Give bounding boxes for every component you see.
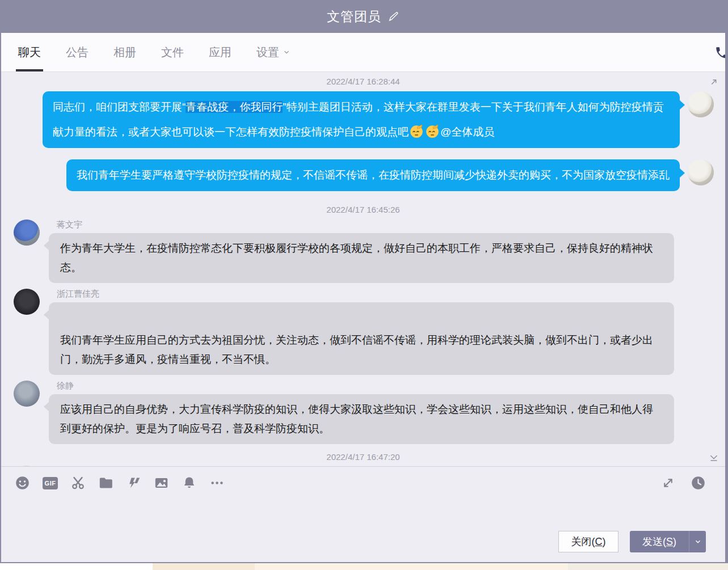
sent-message-bubble: 我们青年学生要严格遵守学校防控疫情的规定，不信谣不传谣，在疫情防控期间减少快递外… [66, 159, 680, 191]
send-button-label: 发送(S) [630, 531, 689, 552]
gif-icon[interactable]: GIF [43, 475, 58, 491]
received-message-bubble: 我们青年学生应用自己的方式去为祖国分忧，关注动态，做到不信谣不传谣，用科学的理论… [49, 302, 674, 375]
chevron-down-icon [283, 48, 291, 56]
message-history-clock-icon[interactable] [691, 475, 706, 491]
received-message-row: 徐静 应该用自己的自身优势，大力宣传科学防疫的知识，使得大家汲取这些知识，学会这… [1, 377, 725, 446]
message-text: 同志们，咱们团支部要开展“ [53, 101, 186, 113]
sender-name: 蒋文宇 [57, 219, 82, 230]
tab-apps[interactable]: 应用 [208, 33, 233, 71]
title-bar: 文管团员 [1, 0, 725, 33]
avatar[interactable] [14, 219, 40, 246]
image-icon[interactable] [154, 475, 169, 491]
message-text: 作为青年大学生，在疫情防控常态化下要积极履行学校的各项规定，做好自己的本职工作，… [60, 242, 653, 273]
composer-toolbar: GIF [1, 467, 725, 494]
desktop-background-strip [0, 563, 728, 570]
tab-chat[interactable]: 聊天 [17, 33, 42, 71]
tab-announcement[interactable]: 公告 [65, 33, 90, 71]
avatar[interactable] [14, 381, 40, 407]
received-message-row: 蒋文宇 作为青年大学生，在疫情防控常态化下要积极履行学校的各项规定，做好自己的本… [1, 216, 725, 285]
close-button[interactable]: 关闭(C) [558, 531, 618, 552]
tab-bar: 聊天 公告 相册 文件 应用 设置 [1, 33, 725, 72]
group-title: 文管团员 [327, 8, 381, 26]
screenshot-scissors-icon[interactable] [70, 475, 86, 491]
action-buttons: 关闭(C) 发送(S) [558, 531, 706, 552]
saluting-face-emoji [425, 124, 440, 138]
fullscreen-expand-icon[interactable] [660, 475, 676, 491]
emoji-icon[interactable] [15, 475, 30, 491]
mention-all-members[interactable]: @全体成员 [440, 126, 494, 138]
sender-name: 浙江曹佳亮 [57, 289, 99, 299]
sent-message-row: 同志们，咱们团支部要开展“青春战疫，你我同行”特别主题团日活动，这样大家在群里发… [1, 88, 725, 151]
message-text: 应该用自己的自身优势，大力宣传科学防疫的知识，使得大家汲取这些知识，学会这些知识… [60, 403, 653, 434]
timestamp: 2022/4/17 16:47:20 [1, 451, 725, 463]
timestamp: 2022/4/17 16:28:44 [1, 75, 725, 88]
edit-title-icon[interactable] [387, 10, 399, 23]
tab-album[interactable]: 相册 [112, 33, 137, 71]
sent-message-bubble: 同志们，咱们团支部要开展“青春战疫，你我同行”特别主题团日活动，这样大家在群里发… [43, 91, 680, 148]
received-message-bubble: 应该用自己的自身优势，大力宣传科学防疫的知识，使得大家汲取这些知识，学会这些知识… [49, 394, 674, 444]
sender-name: 徐静 [57, 381, 74, 391]
message-text: 我们青年学生应用自己的方式去为祖国分忧，关注动态，做到不信谣不传谣，用科学的理论… [60, 334, 653, 365]
avatar[interactable] [688, 91, 714, 117]
bell-icon[interactable] [182, 475, 197, 491]
window-shake-icon[interactable] [126, 475, 141, 491]
saluting-face-emoji [409, 124, 424, 138]
message-text: 我们青年学生要严格遵守学校防控疫情的规定，不信谣不传谣，在疫情防控期间减少快递外… [77, 169, 670, 181]
avatar[interactable] [14, 289, 40, 315]
sent-message-row: 我们青年学生要严格遵守学校防控疫情的规定，不信谣不传谣，在疫情防控期间减少快递外… [1, 156, 725, 195]
message-list: 2022/4/17 16:28:44 同志们，咱们团支部要开展“青春战疫，你我同… [1, 72, 725, 466]
file-folder-icon[interactable] [98, 475, 113, 491]
tab-settings[interactable]: 设置 [255, 33, 292, 71]
send-button[interactable]: 发送(S) [630, 531, 706, 552]
collapse-up-icon[interactable] [708, 77, 721, 87]
tab-files[interactable]: 文件 [160, 33, 185, 71]
voice-call-icon[interactable] [714, 45, 725, 60]
received-message-row: 浙江曹佳亮 我们青年学生应用自己的方式去为祖国分忧，关注动态，做到不信谣不传谣，… [1, 285, 725, 377]
message-input-area[interactable] [1, 494, 725, 529]
highlighted-text: 青春战疫，你我同行 [186, 101, 283, 113]
group-chat-window: 文管团员 聊天 公告 相册 文件 应用 设置 2022/4/17 16:28:4… [0, 0, 728, 563]
more-ellipsis-icon[interactable] [209, 475, 225, 491]
scroll-to-bottom-icon[interactable] [708, 454, 721, 464]
composer: GIF [1, 466, 725, 562]
avatar[interactable] [688, 159, 714, 185]
received-message-bubble: 作为青年大学生，在疫情防控常态化下要积极履行学校的各项规定，做好自己的本职工作，… [49, 233, 674, 283]
send-options-chevron-icon[interactable] [689, 531, 706, 552]
timestamp: 2022/4/17 16:45:26 [1, 204, 725, 216]
